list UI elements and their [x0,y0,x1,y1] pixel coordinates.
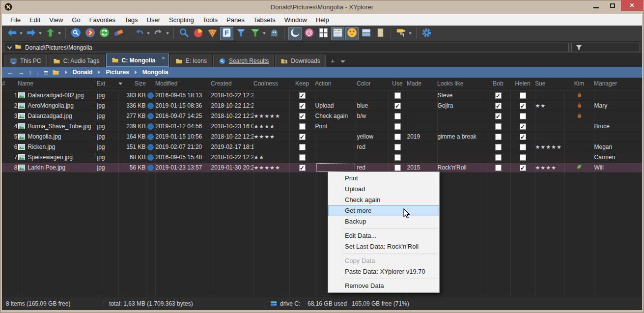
coolness-cell[interactable]: ★★★★ [253,121,289,131]
name-cell[interactable]: Speisewagen.jpg [18,152,97,162]
coolness-cell[interactable]: ★★★★★ [253,111,289,121]
dropdown-caret-icon[interactable] [147,32,150,34]
manager-cell[interactable]: Carmen [594,152,642,162]
action-cell[interactable] [315,152,357,162]
keep-checkbox[interactable]: ✓ [299,165,306,171]
looks-like-cell[interactable]: Steve [437,90,486,100]
helen-checkbox[interactable] [520,113,526,119]
menu-item-panes[interactable]: Panes [222,14,249,26]
column-header-size[interactable]: Size [118,78,146,90]
new-tab-button[interactable]: + [331,57,335,65]
helen-checkbox[interactable] [520,92,526,99]
menu-item-backup[interactable]: Backup [328,216,439,227]
sue-cell[interactable] [535,131,564,142]
column-header-helen[interactable]: Helen [510,78,535,90]
refresh-button[interactable] [98,27,111,40]
panes-button[interactable] [360,27,373,40]
pie-report-button[interactable] [192,27,205,40]
manager-cell[interactable] [594,111,642,121]
keep-cell[interactable]: ✓ [289,162,315,172]
menu-icon[interactable]: ≡ [44,69,48,76]
breadcrumb-segment-donald[interactable]: Donald [73,69,93,76]
bob-checkbox[interactable] [495,165,502,171]
name-cell[interactable]: Dalanzadgad.jpg [18,111,97,121]
column-header-looks[interactable]: Looks like [437,78,486,90]
bob-checkbox[interactable] [495,123,502,130]
dropdown-caret-icon[interactable] [20,32,23,34]
bob-checkbox[interactable]: ✓ [495,113,502,119]
dropdown-caret-icon[interactable] [39,32,42,34]
color-cell[interactable]: blue [357,100,388,111]
redo-button[interactable] [152,27,165,40]
bob-cell[interactable]: ✓ [486,90,510,100]
sue-cell[interactable] [535,152,564,162]
column-header-sue[interactable]: Sue [535,78,564,90]
made-cell[interactable] [407,90,437,100]
menu-item-scripting[interactable]: Scripting [165,14,198,26]
action-cell[interactable]: Print [315,121,357,131]
bob-cell[interactable] [486,162,510,172]
dropdown-caret-icon[interactable] [263,32,266,34]
find-files-button[interactable] [177,27,191,40]
menu-item-window[interactable]: Window [280,14,311,26]
keep-cell[interactable]: ✓ [289,131,315,142]
sue-cell[interactable] [535,90,564,100]
mini-tree-button[interactable]: F [220,27,233,40]
dropdown-caret-icon[interactable] [409,32,412,34]
column-header-num[interactable]: # [2,78,18,90]
name-cell[interactable]: Mongolia.jpg [18,131,97,142]
action-cell[interactable]: Upload [315,100,357,111]
column-header-ext[interactable]: Ext [97,78,118,90]
bob-cell[interactable] [486,121,510,131]
column-header-use[interactable]: Use [388,78,407,90]
bob-checkbox[interactable] [495,144,502,150]
use-cell[interactable] [388,121,407,131]
use-cell[interactable] [388,142,407,152]
action-cell[interactable] [315,131,357,142]
breadcrumb-segment-mongolia[interactable]: Mongolia [142,69,168,76]
looks-like-cell[interactable]: Rock'n'Roll [437,162,486,172]
keep-checkbox[interactable]: ✓ [299,92,306,99]
undo-button[interactable] [133,27,146,40]
note-button[interactable] [374,27,387,40]
helen-cell[interactable]: ✓ [510,162,535,172]
forward-icon[interactable]: → [18,69,24,76]
use-checkbox[interactable] [394,134,401,140]
table-row[interactable]: 8Larkin Poe.jpgjpg56 KB2019-01-23 13:572… [2,162,642,172]
menu-item-user[interactable]: User [142,14,165,26]
menu-item-favorites[interactable]: Favorites [85,14,120,26]
breadcrumb-segment-pictures[interactable]: Pictures [106,69,129,76]
color-cell[interactable] [357,90,388,100]
chevron-down-icon[interactable] [7,44,12,49]
color-cell[interactable]: red [357,162,388,172]
menu-item-get-more[interactable]: Get more [328,205,439,216]
tab-close-icon[interactable]: × [162,55,165,61]
keep-cell[interactable] [289,152,315,162]
keep-cell[interactable]: ✓ [289,111,315,121]
down-icon[interactable]: ↓ [36,69,40,76]
menu-item-view[interactable]: View [45,14,67,26]
use-checkbox[interactable] [394,123,401,130]
menu-item-edit[interactable]: Edit [25,14,45,26]
helen-cell[interactable]: ✓ [510,100,535,111]
menu-item-edit-data[interactable]: Edit Data... [328,230,439,241]
maximize-button[interactable] [604,0,621,11]
action-cell[interactable] [315,142,357,152]
back-icon[interactable]: ← [7,69,13,76]
close-button[interactable]: ✕ [621,0,643,11]
tab-this-pc[interactable]: This PC [4,55,47,67]
made-cell[interactable] [407,121,437,131]
bob-cell[interactable]: ✓ [486,111,510,121]
sue-cell[interactable]: ★★★★ [535,162,564,172]
made-cell[interactable]: 2019 [407,131,437,142]
up-button[interactable] [44,27,57,40]
column-header-coolness[interactable]: Coolness [253,78,289,90]
use-cell[interactable] [388,152,407,162]
kim-cell[interactable] [564,90,594,100]
use-checkbox[interactable] [394,154,401,161]
column-header-name[interactable]: Name [18,78,97,90]
bob-cell[interactable] [486,131,510,142]
action-cell[interactable]: Check again [315,111,357,121]
lollipop-button[interactable] [303,27,316,40]
use-cell[interactable] [388,90,407,100]
